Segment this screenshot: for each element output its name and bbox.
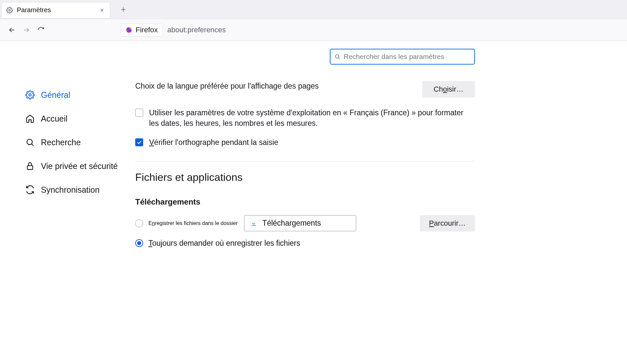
always-ask-label: Toujours demander où enregistrer les fic… [148,239,300,248]
sidebar-item-label: Recherche [41,138,81,147]
save-to-folder-radio[interactable] [135,219,143,227]
tab-settings[interactable]: Paramètres [1,2,110,18]
content: Choix de la langue préférée pour l'affic… [132,49,488,255]
download-folder-button[interactable]: Téléchargements [244,215,356,231]
sidebar-item-general[interactable]: Général [22,85,128,105]
search-icon [25,137,35,147]
sidebar-item-privacy[interactable]: Vie privée et sécurité [22,156,128,176]
back-button[interactable] [5,23,19,37]
downloads-title: Téléchargements [135,197,475,207]
use-os-locale-checkbox[interactable] [135,109,143,117]
home-icon [25,114,35,124]
tab-bar: Paramètres [0,0,627,19]
gear-icon [25,90,35,100]
choose-language-button[interactable]: Choisir… [422,81,475,98]
identity-box[interactable]: Firefox [121,23,163,37]
reload-button[interactable] [34,23,48,37]
lock-icon [25,161,35,171]
browse-folder-button[interactable]: Parcourir… [420,215,475,232]
svg-point-5 [335,55,339,58]
spellcheck-checkbox[interactable] [135,138,143,146]
gear-icon [6,7,13,14]
firefox-icon [126,27,132,33]
download-icon [250,220,257,227]
save-to-folder-label: Enregistrer les fichiers dans le dossier [148,220,237,226]
sidebar-item-label: Accueil [41,114,68,124]
svg-rect-4 [27,166,33,170]
download-folder-label: Téléchargements [262,219,321,228]
sidebar-item-label: Vie privée et sécurité [41,161,118,171]
sidebar-item-label: Synchronisation [41,185,100,195]
sidebar-item-search[interactable]: Recherche [22,132,128,152]
language-desc: Choix de la langue préférée pour l'affic… [135,81,319,91]
sync-icon [25,185,35,195]
url-text[interactable]: about:preferences [167,26,226,34]
settings-search-input[interactable] [344,53,470,61]
always-ask-radio[interactable] [135,239,143,247]
identity-label: Firefox [136,26,158,34]
sidebar: Général Accueil Recherche Vie privée et … [0,49,132,255]
tab-label: Paramètres [17,6,99,14]
divider [135,161,475,161]
svg-point-0 [9,9,11,11]
search-icon [334,54,340,60]
spellcheck-label: Vérifier l'orthographe pendant la saisie [149,137,278,148]
new-tab-button[interactable] [117,3,130,16]
svg-point-2 [29,94,31,96]
sidebar-item-home[interactable]: Accueil [22,109,128,128]
close-icon[interactable] [99,7,105,14]
svg-point-3 [27,139,32,145]
toolbar: Firefox about:preferences [0,19,627,41]
use-os-locale-label: Utiliser les paramètres de votre système… [149,107,475,128]
sidebar-item-label: Général [41,90,70,100]
sidebar-item-sync[interactable]: Synchronisation [22,180,128,200]
forward-button[interactable] [19,23,34,37]
settings-search[interactable] [330,49,475,65]
files-section-title: Fichiers et applications [135,171,475,183]
